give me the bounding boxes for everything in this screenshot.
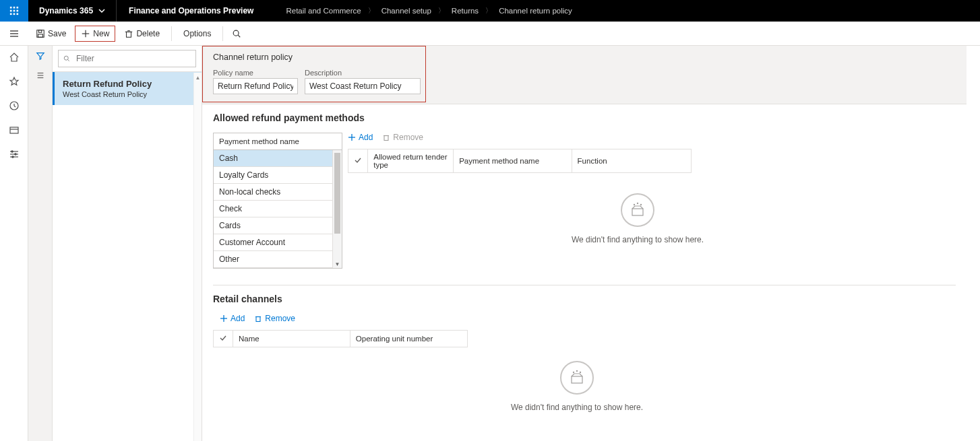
payment-method-item[interactable]: Loyalty Cards <box>214 167 342 184</box>
list-toggle-button[interactable] <box>36 71 45 82</box>
payment-method-list-header: Payment method name <box>214 133 342 150</box>
list-item-title: Return Refund Policy <box>63 79 193 89</box>
star-icon <box>9 76 20 87</box>
app-body: Return Refund Policy West Coast Return P… <box>0 46 980 441</box>
filter-toggle-button[interactable] <box>36 51 45 63</box>
home-icon <box>9 52 20 63</box>
favorites-button[interactable] <box>8 75 20 88</box>
svg-point-49 <box>573 372 574 372</box>
policy-desc-label: Description <box>305 69 421 77</box>
payment-method-scrollbar[interactable]: ▲ ▼ <box>332 150 342 268</box>
policy-name-input[interactable] <box>213 78 298 94</box>
list-filter-input[interactable] <box>75 53 191 64</box>
plus-icon <box>220 314 228 323</box>
svg-point-30 <box>11 156 13 158</box>
crumb-1[interactable]: Channel setup <box>381 7 431 15</box>
payment-method-item[interactable]: Other <box>214 251 342 268</box>
check-icon <box>354 156 362 164</box>
svg-rect-8 <box>17 13 19 15</box>
policy-name-field: Policy name <box>213 69 298 94</box>
payment-method-item[interactable]: Cards <box>214 217 342 234</box>
scroll-up-icon: ▲ <box>194 73 202 82</box>
clock-icon <box>9 100 20 111</box>
save-icon <box>36 29 45 38</box>
crumb-0[interactable]: Retail and Commerce <box>286 7 361 15</box>
waffle-icon <box>9 6 19 15</box>
policy-desc-input[interactable] <box>305 78 421 94</box>
modules-button[interactable] <box>8 148 20 160</box>
brand-dropdown[interactable]: Dynamics 365 <box>28 0 116 22</box>
svg-rect-17 <box>127 32 131 37</box>
policy-name-label: Policy name <box>213 69 298 77</box>
svg-point-28 <box>11 151 12 152</box>
home-button[interactable] <box>8 51 20 63</box>
payment-method-item[interactable]: Cash <box>214 150 342 167</box>
chevron-right-icon: 〉 <box>368 6 375 15</box>
crumb-3[interactable]: Channel return policy <box>499 7 572 15</box>
hamburger-icon <box>9 28 20 39</box>
funnel-icon <box>36 51 45 61</box>
crumb-2[interactable]: Returns <box>452 7 479 15</box>
channels-empty-state: We didn't find anything to show here. <box>213 347 941 432</box>
app-launcher-button[interactable] <box>0 0 28 22</box>
refund-grid-col-1[interactable]: Payment method name <box>454 149 572 173</box>
list-item-subtitle: West Coast Return Policy <box>63 90 193 98</box>
left-icon-rail <box>0 46 28 441</box>
refund-section-title: Allowed refund payment methods <box>213 112 956 123</box>
new-button[interactable]: New <box>75 26 115 42</box>
channels-grid-col-0[interactable]: Name <box>233 331 350 347</box>
hamburger-button[interactable] <box>0 28 28 39</box>
channels-add-button[interactable]: Add <box>220 314 245 323</box>
svg-line-35 <box>68 60 69 61</box>
list-scrollbar[interactable]: ▲ <box>193 73 202 441</box>
chevron-right-icon: 〉 <box>485 6 492 15</box>
policy-section-title: Channel return policy <box>213 53 956 62</box>
list-item[interactable]: Return Refund Policy West Coast Return P… <box>53 72 202 105</box>
list-filter-box[interactable] <box>58 50 196 67</box>
workspaces-button[interactable] <box>8 124 20 136</box>
options-button[interactable]: Options <box>177 26 217 42</box>
select-all-header[interactable] <box>348 149 368 173</box>
svg-point-29 <box>14 154 16 155</box>
empty-icon <box>560 361 594 395</box>
svg-rect-40 <box>632 209 643 215</box>
svg-point-50 <box>576 370 577 371</box>
svg-point-20 <box>234 30 239 36</box>
save-button[interactable]: Save <box>30 26 72 42</box>
delete-button[interactable]: Delete <box>118 26 166 42</box>
payment-method-item[interactable]: Check <box>214 201 342 217</box>
payment-method-item[interactable]: Customer Account <box>214 234 342 251</box>
chevron-right-icon: 〉 <box>438 6 445 15</box>
select-all-header[interactable] <box>214 331 233 347</box>
svg-rect-14 <box>38 34 43 36</box>
svg-point-43 <box>640 204 641 205</box>
refund-add-button[interactable]: Add <box>348 133 373 142</box>
svg-rect-7 <box>13 13 16 15</box>
svg-rect-2 <box>17 7 19 9</box>
check-icon <box>219 334 227 342</box>
payment-method-list: Payment method name Cash Loyalty Cards N… <box>213 133 342 269</box>
refund-grid-col-2[interactable]: Function <box>572 149 691 173</box>
svg-rect-13 <box>38 30 41 32</box>
list-settings-icon <box>9 149 20 160</box>
brand-label: Dynamics 365 <box>39 6 93 15</box>
channels-grid-col-1[interactable]: Operating unit number <box>350 331 467 347</box>
trash-icon <box>124 29 133 38</box>
channels-remove-button[interactable]: Remove <box>254 314 295 323</box>
svg-point-41 <box>634 204 634 205</box>
divider <box>222 26 223 41</box>
record-list: Return Refund Policy West Coast Return P… <box>53 71 202 105</box>
record-list-pane: Return Refund Policy West Coast Return P… <box>53 46 202 441</box>
scroll-thumb[interactable] <box>334 153 340 234</box>
search-icon <box>232 29 241 38</box>
svg-rect-5 <box>17 10 19 12</box>
payment-method-item[interactable]: Non-local checks <box>214 184 342 201</box>
svg-rect-6 <box>10 13 12 15</box>
refund-remove-button[interactable]: Remove <box>382 133 423 142</box>
svg-point-51 <box>580 372 580 372</box>
refund-grid-col-0[interactable]: Allowed return tender type <box>368 149 454 173</box>
recent-button[interactable] <box>8 100 20 112</box>
search-button[interactable] <box>228 26 245 42</box>
svg-rect-3 <box>10 10 12 12</box>
command-bar: Save New Delete Options <box>0 22 980 46</box>
